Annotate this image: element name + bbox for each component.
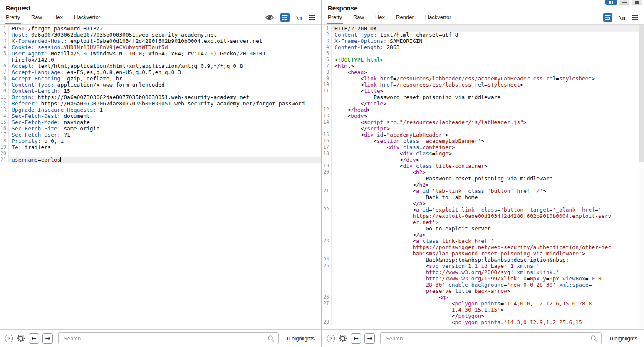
- line-number: 5: [322, 50, 332, 57]
- gear-icon[interactable]: [16, 334, 25, 343]
- word-wrap-icon[interactable]: [603, 13, 612, 22]
- tab-hackvertor[interactable]: Hackvertor: [425, 14, 451, 24]
- line-number: 14: [322, 119, 332, 125]
- minimize-button[interactable]: [619, 0, 629, 5]
- request-searchbox: [58, 332, 279, 344]
- line-number: 13: [0, 107, 9, 113]
- menu-icon[interactable]: [632, 15, 638, 20]
- code-row: 1HTTP/2 200 OK: [322, 25, 639, 32]
- request-panel: Request PrettyRawHexHackvertor \n: [0, 0, 322, 347]
- code-row: 9 <link href=/resources/labheader/css/ac…: [322, 75, 639, 82]
- line-number: 11: [322, 88, 332, 94]
- line-number: 7: [0, 69, 9, 75]
- line-number: 8: [322, 69, 332, 75]
- line-number: 14: [0, 113, 9, 119]
- line-number: [322, 175, 332, 182]
- search-input[interactable]: [63, 335, 268, 342]
- line-number: 8: [0, 75, 9, 82]
- response-panel-title: Response: [322, 0, 644, 12]
- line-number: 3: [322, 38, 332, 44]
- code-row: 21username=carlos: [0, 157, 321, 163]
- code-row: 13 <body>: [322, 113, 639, 119]
- request-tabbar: PrettyRawHexHackvertor \n: [0, 12, 321, 25]
- code-row: 14 <script src="/resources/labheader/js/…: [322, 119, 639, 125]
- line-number: 19: [0, 144, 9, 150]
- hidden-fields-eye-icon[interactable]: [265, 14, 274, 21]
- vertical-scrollbar[interactable]: [639, 25, 644, 329]
- scrollbar-thumb[interactable]: [639, 25, 644, 162]
- request-code[interactable]: 1POST /forgot-password HTTP/22Host: 0a6a…: [0, 25, 321, 329]
- code-row: </a>: [322, 232, 639, 238]
- tab-hex[interactable]: Hex: [53, 14, 63, 24]
- code-row: 25 <svg version=1.1 id=Layer_1 xmlns=': [322, 263, 639, 269]
- code-row: 7<html>: [322, 63, 639, 69]
- code-row: 12 </head>: [322, 107, 639, 113]
- next-match-button[interactable]: →: [364, 333, 375, 344]
- code-row: 8 <head>: [322, 69, 639, 75]
- line-number: 10: [0, 88, 9, 94]
- line-number: 15: [322, 132, 332, 138]
- maximize-button[interactable]: [632, 0, 642, 5]
- newline-icon[interactable]: \n: [619, 15, 625, 21]
- pause-button[interactable]: [605, 0, 617, 5]
- line-number: [322, 275, 332, 282]
- line-number: [322, 182, 332, 188]
- request-search-bar: ? ← → 0 highlights: [0, 329, 321, 347]
- line-number: 16: [0, 125, 9, 132]
- prev-match-button[interactable]: ←: [351, 333, 361, 344]
- code-row: 6<!DOCTYPE html>: [322, 57, 639, 63]
- line-number: 7: [322, 63, 332, 69]
- code-row: 9Content-Type: application/x-www-form-ur…: [0, 82, 321, 88]
- code-row: </div>: [322, 157, 639, 163]
- code-row: 4Cookie: session=YHD1Nr1JUVB8nV9jeCVubyg…: [0, 44, 321, 50]
- help-icon[interactable]: ?: [5, 335, 13, 342]
- tab-pretty[interactable]: Pretty: [328, 14, 342, 24]
- code-row: 13Upgrade-Insecure-Requests: 1: [0, 107, 321, 113]
- highlights-count: 0 highlights: [287, 335, 315, 342]
- line-number: 28: [322, 319, 332, 325]
- response-code[interactable]: 1HTTP/2 200 OK2Content-Type: text/html; …: [322, 25, 644, 329]
- newline-icon[interactable]: \n: [296, 15, 302, 21]
- tab-hackvertor[interactable]: Hackvertor: [74, 14, 100, 24]
- code-row: 7Accept-Language: es-ES,es;q=0.8,en-US;q…: [0, 69, 321, 75]
- tab-raw[interactable]: Raw: [31, 14, 42, 24]
- code-row: 10Content-Length: 15: [0, 88, 321, 94]
- line-number: 4: [0, 44, 9, 50]
- line-number: [322, 313, 332, 319]
- code-row: 3X-Forwarded-Host: exploit-0abe00d1034f2…: [0, 38, 321, 44]
- code-row: 2Host: 0a6a007303062dae8077035b00030051.…: [0, 32, 321, 38]
- line-number: 17: [322, 144, 332, 150]
- gear-icon[interactable]: [338, 334, 347, 343]
- line-number: 10: [322, 82, 332, 88]
- tab-pretty[interactable]: Pretty: [6, 14, 20, 24]
- code-row: </script>: [322, 125, 639, 132]
- line-number: [322, 94, 332, 100]
- code-row: Password reset poisoning via middleware: [322, 175, 639, 182]
- code-row: 18 <div class=logo>: [322, 150, 639, 157]
- line-number: 20: [0, 150, 9, 157]
- tab-render[interactable]: Render: [396, 14, 414, 24]
- code-row: 19Te: trailers: [0, 144, 321, 150]
- next-match-button[interactable]: →: [42, 333, 53, 344]
- line-number: 6: [322, 57, 332, 63]
- line-number: [322, 225, 332, 232]
- response-search-bar: ? ← → 0 highlights: [322, 329, 644, 347]
- tab-raw[interactable]: Raw: [353, 14, 364, 24]
- menu-icon[interactable]: [309, 15, 315, 20]
- line-number: [322, 269, 332, 275]
- line-number: 18: [322, 150, 332, 157]
- line-number: 25: [322, 263, 332, 269]
- help-icon[interactable]: ?: [327, 335, 335, 342]
- code-row: 11 <title>: [322, 88, 639, 94]
- word-wrap-icon[interactable]: [280, 13, 290, 22]
- line-number: 23: [322, 238, 332, 244]
- search-input[interactable]: [385, 335, 590, 342]
- code-row: 6Accept: text/html,application/xhtml+xml…: [0, 63, 321, 69]
- line-number: 9: [0, 82, 9, 88]
- tab-hex[interactable]: Hex: [375, 14, 385, 24]
- code-row: https://exploit-0abe00d1034f2d4280f602b9…: [322, 213, 639, 219]
- window-controls: [605, 0, 642, 5]
- prev-match-button[interactable]: ←: [29, 333, 39, 344]
- request-toolbar: \n: [265, 13, 315, 24]
- line-number: 1: [0, 25, 9, 32]
